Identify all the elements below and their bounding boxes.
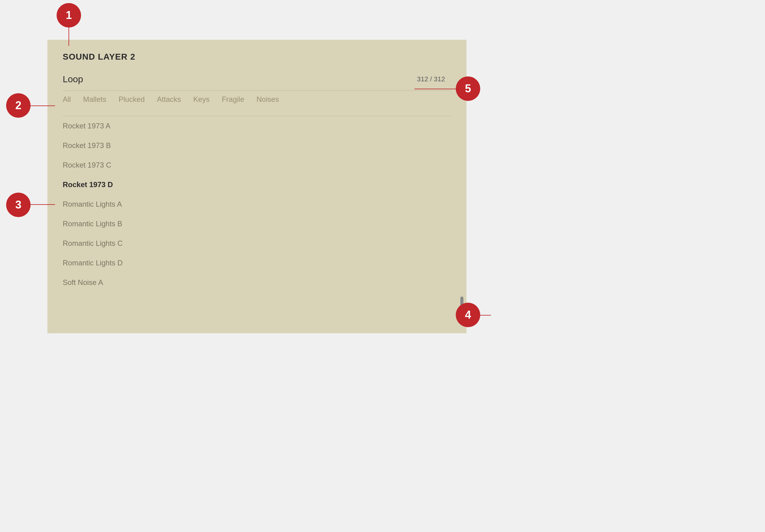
annotation-circle-1: 1: [57, 3, 81, 28]
filter-item-attacks[interactable]: Attacks: [157, 95, 181, 104]
list-item[interactable]: Romantic Lights D: [63, 253, 442, 273]
filter-item-noises[interactable]: Noises: [257, 95, 279, 104]
annotation-circle-2: 2: [6, 93, 31, 118]
list-item[interactable]: Romantic Lights A: [63, 195, 442, 214]
list-item[interactable]: Rocket 1973 C: [63, 155, 442, 175]
filter-item-keys[interactable]: Keys: [193, 95, 210, 104]
section-title: SOUND LAYER 2: [63, 52, 451, 62]
filter-item-mallets[interactable]: Mallets: [83, 95, 106, 104]
list-item[interactable]: Romantic Lights B: [63, 214, 442, 234]
annotation-circle-5: 5: [456, 76, 480, 101]
list-item[interactable]: Soft Noise A: [63, 273, 442, 292]
filter-item-plucked[interactable]: Plucked: [119, 95, 145, 104]
annotation-line-2: [31, 106, 55, 106]
filter-row: AllMalletsPluckedAttacksKeysFragileNoise…: [63, 91, 451, 107]
list-item[interactable]: Rocket 1973 A: [63, 116, 442, 136]
list-item[interactable]: Rocket 1973 B: [63, 136, 442, 155]
annotation-line-3: [31, 204, 55, 205]
count-label: 312 / 312: [417, 75, 445, 83]
main-panel: SOUND LAYER 2 Loop 312 / 312 AllMalletsP…: [47, 40, 466, 333]
annotation-line-1: [69, 28, 69, 46]
list-item[interactable]: Romantic Lights C: [63, 234, 442, 253]
loop-label: Loop: [63, 74, 83, 84]
filter-item-all[interactable]: All: [63, 95, 71, 104]
annotation-circle-4: 4: [456, 303, 480, 327]
annotation-circle-3: 3: [6, 193, 31, 217]
filter-item-fragile[interactable]: Fragile: [222, 95, 244, 104]
sound-list[interactable]: Rocket 1973 ARocket 1973 BRocket 1973 CR…: [63, 116, 451, 292]
list-item[interactable]: Rocket 1973 D: [63, 175, 442, 195]
loop-row: Loop 312 / 312: [63, 74, 451, 84]
